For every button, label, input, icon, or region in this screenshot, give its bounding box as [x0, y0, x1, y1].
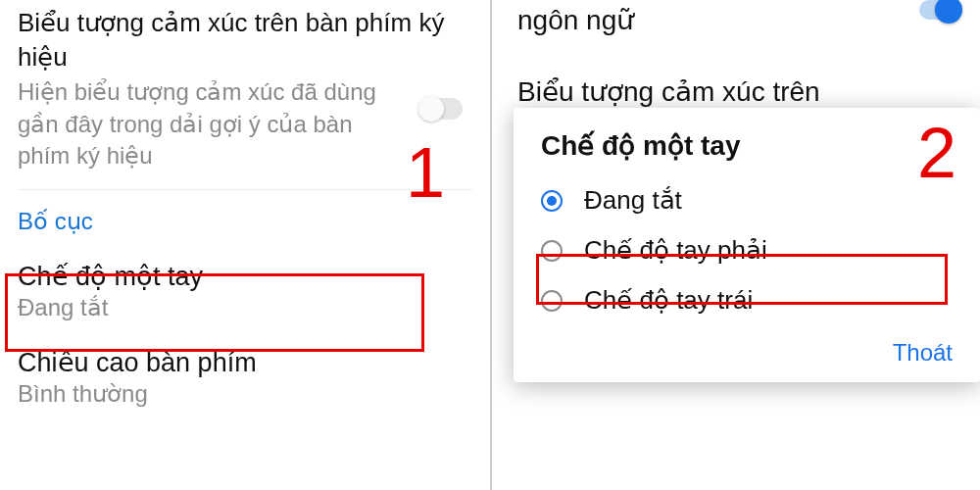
setting-value: Bình thường — [18, 380, 472, 408]
radio-label: Đang tắt — [584, 185, 682, 216]
dialog-dismiss-button[interactable]: Thoát — [893, 339, 953, 366]
setting-description: Hiện biểu tượng cảm xúc đã dùng gần đây … — [18, 76, 472, 172]
toggle-switch-off[interactable] — [421, 98, 463, 120]
radio-unchecked-icon — [541, 290, 563, 312]
setting-value: Đang tắt — [18, 294, 472, 321]
setting-keyboard-height[interactable]: Chiều cao bàn phím Bình thường — [0, 335, 490, 421]
step-number-badge: 2 — [917, 118, 956, 188]
setting-title: Biểu tượng cảm xúc trên bàn phím ký hiệu — [18, 6, 472, 74]
bg-text-emoji-partial: Biểu tượng cảm xúc trên — [492, 75, 980, 108]
radio-option-left-hand[interactable]: Chế độ tay trái — [514, 275, 980, 325]
radio-label: Chế độ tay phải — [584, 235, 767, 266]
step-number-badge: 1 — [406, 137, 445, 208]
dialog-title: Chế độ một tay — [514, 129, 980, 175]
radio-option-off[interactable]: Đang tắt — [514, 175, 980, 225]
bg-text-language: ngôn ngữ — [492, 0, 980, 36]
setting-one-handed-mode[interactable]: Chế độ một tay Đang tắt — [0, 249, 490, 335]
screenshot-step-2: ngôn ngữ Biểu tượng cảm xúc trên H B Chế… — [490, 0, 980, 490]
radio-checked-icon — [541, 190, 563, 212]
setting-title: Chế độ một tay — [18, 261, 472, 292]
radio-unchecked-icon — [541, 240, 563, 262]
setting-title: Chiều cao bàn phím — [18, 347, 472, 378]
radio-option-right-hand[interactable]: Chế độ tay phải — [514, 225, 980, 275]
dialog-one-handed-mode: Chế độ một tay Đang tắt Chế độ tay phải … — [514, 108, 980, 382]
radio-label: Chế độ tay trái — [584, 285, 753, 316]
screenshot-step-1: Biểu tượng cảm xúc trên bàn phím ký hiệu… — [0, 0, 490, 490]
divider — [18, 189, 472, 190]
toggle-switch-on[interactable] — [919, 0, 958, 20]
